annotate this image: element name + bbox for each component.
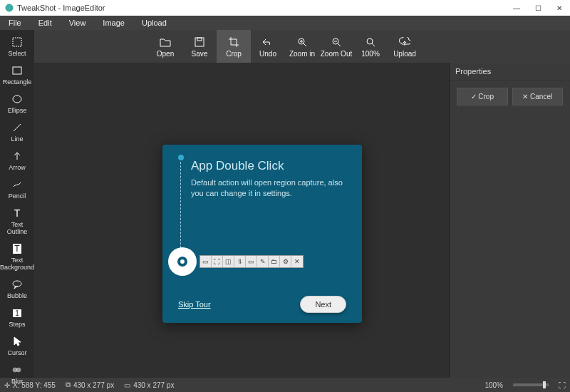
tool-steps[interactable]: 1 Steps (1, 304, 33, 332)
svg-rect-13 (195, 38, 204, 46)
selection-icon: ⧉ (66, 381, 71, 389)
mini-folder-icon: 🗀 (269, 256, 280, 267)
undo-button[interactable]: Undo (251, 30, 285, 63)
status-bar: ✛X: 588 Y: 455 ⧉430 x 277 px ▭430 x 277 … (0, 378, 570, 392)
tool-arrow[interactable]: Arrow (1, 147, 33, 175)
tour-body: Default action will open region capture,… (191, 177, 346, 200)
canvas[interactable]: Properties ✓ Crop ✕ Cancel App Double Cl… (34, 63, 570, 378)
upload-button[interactable]: Upload (388, 30, 422, 63)
tool-ellipse[interactable]: Ellipse (1, 90, 33, 118)
rectangle-icon (11, 64, 24, 77)
arrow-icon (11, 150, 24, 163)
tour-dot-icon (178, 155, 184, 160)
svg-line-20 (338, 43, 341, 46)
open-icon (160, 36, 171, 48)
svg-point-6 (13, 281, 21, 287)
line-icon (11, 121, 24, 134)
work-area: Open Save Crop Undo Zoom in Zoom Out 100… (34, 30, 570, 378)
menu-image[interactable]: Image (94, 16, 133, 30)
svg-marker-7 (14, 337, 21, 346)
undo-icon (262, 36, 274, 48)
tour-title: App Double Click (191, 159, 346, 173)
tool-pixelate[interactable]: Pixelate (1, 389, 33, 392)
select-icon (11, 36, 24, 48)
status-selection-size: ⧉430 x 277 px (66, 381, 114, 389)
tool-select[interactable]: Select (1, 33, 33, 61)
close-button[interactable]: ✕ (549, 0, 570, 16)
zoom-out-button[interactable]: Zoom Out (319, 30, 353, 63)
status-cursor: ✛X: 588 Y: 455 (4, 381, 56, 389)
menu-file[interactable]: File (0, 16, 30, 30)
properties-panel: Properties ✓ Crop ✕ Cancel (449, 63, 570, 378)
zoom-slider[interactable] (513, 383, 549, 386)
svg-line-16 (304, 43, 306, 46)
top-toolbar: Open Save Crop Undo Zoom in Zoom Out 100… (34, 30, 570, 63)
maximize-button[interactable]: ☐ (527, 0, 549, 16)
svg-line-23 (372, 43, 375, 46)
fit-screen-icon[interactable]: ⛶ (559, 381, 566, 389)
zoom-100-button[interactable]: 100% (353, 30, 388, 63)
mini-fullscreen-icon: ⛶ (212, 256, 223, 267)
zoom-100-icon (366, 36, 375, 48)
tool-pencil[interactable]: Pencil (1, 175, 33, 204)
save-button[interactable]: Save (182, 30, 217, 63)
mini-region-icon: ◫ (223, 256, 234, 267)
text-bg-icon: T (11, 242, 24, 255)
minimize-button[interactable]: — (506, 0, 527, 16)
svg-point-9 (16, 368, 21, 372)
status-image-size: ▭430 x 277 px (124, 381, 174, 389)
tool-bubble[interactable]: Bubble (1, 275, 33, 304)
svg-point-22 (367, 38, 373, 44)
image-size-icon: ▭ (124, 381, 130, 389)
svg-point-3 (13, 96, 21, 103)
tour-card: App Double Click Default action will ope… (162, 145, 362, 323)
open-button[interactable]: Open (148, 30, 182, 63)
menu-upload[interactable]: Upload (133, 16, 175, 30)
tool-text-background[interactable]: T Text Background (1, 239, 33, 275)
skip-tour-link[interactable]: Skip Tour (178, 300, 211, 309)
window-title: TweakShot - ImageEditor (17, 4, 105, 12)
next-button[interactable]: Next (300, 296, 346, 313)
svg-rect-1 (13, 38, 21, 46)
upload-icon (399, 36, 410, 48)
tools-sidebar: Select Rectangle Ellipse Line Arrow Penc… (0, 30, 34, 378)
svg-rect-2 (13, 67, 21, 74)
tool-rectangle[interactable]: Rectangle (1, 61, 33, 90)
blur-icon (11, 363, 24, 376)
pencil-icon (11, 178, 24, 191)
crop-confirm-button[interactable]: ✓ Crop (457, 88, 508, 105)
svg-point-0 (6, 4, 13, 11)
crop-button[interactable]: Crop (217, 30, 251, 63)
app-icon (4, 3, 14, 13)
tour-connector (180, 162, 181, 252)
menu-edit[interactable]: Edit (30, 16, 61, 30)
zoom-in-icon (297, 36, 307, 48)
zoom-in-button[interactable]: Zoom in (285, 30, 319, 63)
crosshair-icon: ✛ (4, 381, 10, 389)
ellipse-icon (11, 93, 24, 105)
mini-video-icon: ▭ (246, 256, 257, 267)
cursor-icon (11, 335, 24, 348)
mini-window-icon: ▭ (200, 256, 212, 267)
steps-icon: 1 (11, 306, 24, 319)
tool-line[interactable]: Line (1, 118, 33, 147)
properties-title: Properties (450, 63, 570, 81)
bubble-icon (11, 278, 24, 291)
tool-cursor[interactable]: Cursor (1, 332, 33, 361)
mini-scroll-icon: ⥮ (234, 256, 246, 267)
crop-icon (229, 36, 239, 48)
menu-view[interactable]: View (61, 16, 95, 30)
zoom-out-icon (331, 36, 341, 48)
tour-target-ring (168, 247, 197, 276)
save-icon (195, 36, 204, 48)
svg-rect-14 (197, 38, 202, 41)
title-bar: TweakShot - ImageEditor — ☐ ✕ (0, 0, 570, 16)
mini-toolbar: ▭ ⛶ ◫ ⥮ ▭ ✎ 🗀 ⚙ ✕ (200, 255, 304, 268)
mini-close-icon: ✕ (291, 256, 303, 267)
tool-text-outline[interactable]: T Text Outline (1, 204, 33, 239)
text-outline-icon: T (11, 207, 24, 220)
mini-edit-icon: ✎ (257, 256, 269, 267)
main-area: Select Rectangle Ellipse Line Arrow Penc… (0, 30, 570, 378)
menu-bar: File Edit View Image Upload (0, 16, 570, 30)
crop-cancel-button[interactable]: ✕ Cancel (512, 88, 564, 105)
